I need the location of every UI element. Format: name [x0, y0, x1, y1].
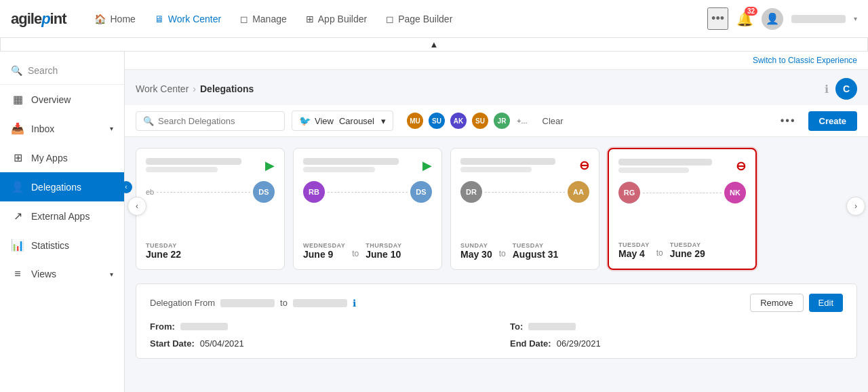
sidebar-overview-label: Overview [31, 94, 71, 105]
card3-path: DR AA [460, 181, 589, 203]
delegation-card-2[interactable]: ▶ RB DS WEDNESDAY June 9 to [293, 148, 442, 270]
manage-icon: ◻ [240, 14, 248, 24]
nav-links: 🏠 Home 🖥 Work Center ◻ Manage ⊞ App Buil… [87, 9, 707, 28]
statistics-icon: 📊 [11, 239, 24, 252]
to-field-value [528, 323, 576, 330]
user-menu-chevron[interactable]: ▾ [854, 15, 857, 22]
card3-subtitle [460, 167, 532, 172]
nav-appbuilder[interactable]: ⊞ App Builder [299, 9, 374, 28]
card1-play-icon[interactable]: ▶ [265, 158, 275, 173]
nav-manage-label: Manage [252, 14, 287, 24]
monitor-icon: 🖥 [155, 14, 164, 24]
sidebar-item-myapps[interactable]: ⊞ My Apps [0, 143, 124, 172]
card3-date-from: SUNDAY May 30 [460, 242, 492, 260]
detail-grid: From: To: Start Date: 05/04/2021 End Dat… [150, 321, 843, 349]
card4-path: RG NK [618, 182, 746, 203]
detail-actions: Remove Edit [750, 294, 843, 312]
views-chevron-icon: ▾ [110, 271, 113, 278]
delegation-card-4[interactable]: ⊖ RG NK TUESDAY May 4 to T [608, 148, 757, 270]
sidebar-externalapps-label: External Apps [31, 211, 90, 222]
notification-button[interactable]: 🔔 32 [736, 11, 753, 27]
card3-top: ⊖ [460, 158, 589, 173]
view-selector[interactable]: 🐦 View Carousel ▾ [292, 111, 393, 131]
create-button[interactable]: Create [808, 111, 857, 131]
sidebar-item-statistics[interactable]: 📊 Statistics [0, 231, 124, 260]
card2-date-to: THURSDAY June 10 [366, 242, 401, 260]
classic-experience-link[interactable]: Switch to Classic Experience [753, 56, 857, 65]
collapse-handle[interactable]: ▲ [0, 38, 868, 52]
card2-title [303, 158, 399, 165]
card1-partial: eb [146, 188, 154, 196]
views-icon: ≡ [11, 268, 24, 280]
avatar-jr[interactable]: JR [492, 111, 511, 130]
nav-workcenter[interactable]: 🖥 Work Center [148, 9, 228, 28]
avatar-ak[interactable]: AK [449, 111, 468, 130]
detail-header: Delegation From to ℹ Remove Edit [150, 294, 843, 312]
sidebar-collapse-arrow[interactable]: ‹ [120, 181, 132, 193]
sidebar-search-section[interactable]: 🔍 Search [0, 57, 124, 85]
user-initial-circle[interactable]: C [835, 78, 857, 100]
nav-manage[interactable]: ◻ Manage [233, 9, 294, 28]
delegation-from-label: Delegation From [150, 298, 215, 308]
grid-icon: ⊞ [306, 14, 314, 24]
detail-info-icon[interactable]: ℹ [353, 298, 356, 309]
card4-title [618, 159, 712, 165]
sidebar-item-externalapps[interactable]: ↗ External Apps [0, 201, 124, 231]
sidebar-item-views[interactable]: ≡ Views ▾ [0, 260, 124, 288]
start-field-label: Start Date: [150, 338, 195, 349]
search-delegations-field[interactable] [158, 116, 277, 126]
card3-date-to: TUESDAY August 31 [513, 242, 559, 260]
card2-subtitle [303, 167, 375, 172]
delegation-card-1[interactable]: ▶ eb DS TUESDAY June 22 [136, 148, 285, 270]
content-area: Switch to Classic Experience Work Center… [125, 52, 868, 392]
info-icon[interactable]: ℹ [825, 83, 829, 96]
card1-date-from: TUESDAY June 22 [146, 242, 181, 260]
view-label: View [315, 116, 334, 126]
carousel-prev-button[interactable]: ‹ [127, 197, 146, 216]
nav-pagebuilder[interactable]: ◻ Page Builder [379, 9, 459, 28]
clear-button[interactable]: Clear [537, 113, 569, 129]
breadcrumb-parent[interactable]: Work Center [136, 83, 189, 94]
card3-minus-icon[interactable]: ⊖ [579, 158, 589, 173]
detail-start-field: Start Date: 05/04/2021 [150, 338, 483, 349]
sidebar-search[interactable]: 🔍 Search [11, 65, 113, 76]
card3-to-word: to [499, 249, 506, 260]
sidebar-search-label: Search [28, 65, 58, 76]
card4-minus-icon[interactable]: ⊖ [736, 159, 746, 174]
delegation-card-3[interactable]: ⊖ DR AA SUNDAY May 30 to T [450, 148, 599, 270]
start-field-value: 05/04/2021 [200, 338, 244, 349]
card3-path-line [485, 192, 565, 193]
carousel-inner: ▶ eb DS TUESDAY June 22 [136, 142, 857, 275]
view-chevron-icon: ▾ [381, 116, 386, 126]
nav-home[interactable]: 🏠 Home [87, 9, 142, 28]
card2-play-icon[interactable]: ▶ [422, 158, 432, 173]
avatar-su2[interactable]: SU [471, 111, 490, 130]
card4-date-to: TUESDAY June 29 [670, 241, 705, 259]
search-del-icon: 🔍 [143, 116, 154, 126]
delegations-icon: 👤 [11, 180, 24, 193]
card1-subtitle [146, 167, 218, 172]
nav-more-button[interactable]: ••• [707, 7, 728, 30]
sidebar-item-inbox[interactable]: 📥 Inbox ▾ [0, 114, 124, 143]
from-field-value [180, 323, 228, 330]
carousel-next-button[interactable]: › [846, 197, 865, 216]
logo: agilepint [11, 10, 66, 28]
card2-date-from: WEDNESDAY June 9 [303, 242, 345, 260]
edit-button[interactable]: Edit [809, 294, 843, 312]
breadcrumb-row: Work Center › Delegations ℹ C [125, 70, 868, 105]
card1-titles [146, 158, 265, 172]
sidebar-item-delegations[interactable]: 👤 Delegations ‹ [0, 172, 124, 201]
card1-title [146, 158, 241, 165]
more-avatars-label[interactable]: +... [514, 117, 530, 125]
detail-end-field: End Date: 06/29/2021 [510, 338, 843, 349]
card1-path-line [157, 192, 250, 193]
end-field-value: 06/29/2021 [557, 338, 601, 349]
sidebar-item-overview[interactable]: ▦ Overview [0, 85, 124, 114]
search-delegations-input[interactable]: 🔍 [136, 111, 285, 131]
from-field-label: From: [150, 321, 175, 332]
toolbar-ellipsis-button[interactable]: ••• [775, 112, 802, 130]
avatar-mu[interactable]: MU [406, 111, 425, 130]
detail-from-field: From: [150, 321, 483, 332]
remove-button[interactable]: Remove [750, 294, 803, 312]
avatar-su1[interactable]: SU [427, 111, 446, 130]
